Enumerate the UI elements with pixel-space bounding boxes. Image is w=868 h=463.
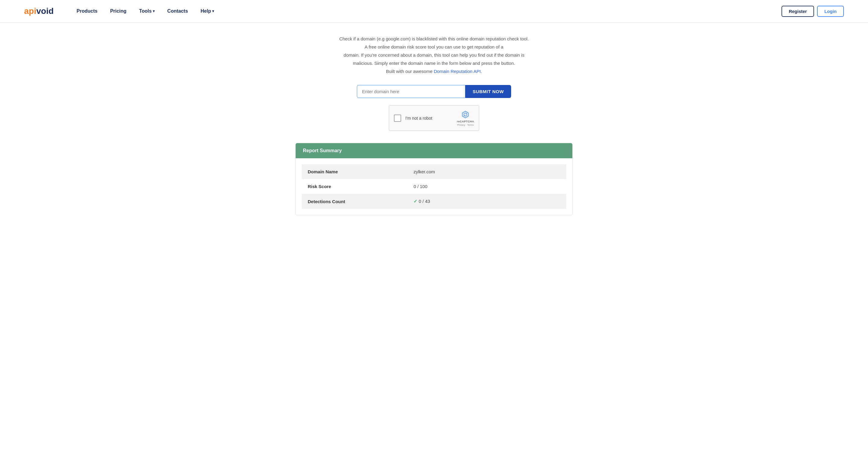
desc-line3: domain. If you're concerned about a doma… bbox=[296, 51, 572, 59]
row-value-detections: ✓ 0 / 43 bbox=[407, 194, 566, 209]
report-summary-card: Report Summary Domain Name zylker.com Ri… bbox=[296, 143, 572, 215]
header: apivoid Products Pricing Tools ▾ Contact… bbox=[0, 0, 868, 23]
report-table: Domain Name zylker.com Risk Score 0 / 10… bbox=[302, 164, 566, 209]
recaptcha-label: I'm not a robot bbox=[405, 116, 453, 121]
recaptcha-checkbox[interactable] bbox=[394, 115, 401, 122]
help-chevron-icon: ▾ bbox=[212, 9, 214, 13]
submit-button[interactable]: SUBMIT NOW bbox=[465, 85, 511, 98]
row-label-detections: Detections Count bbox=[302, 194, 407, 209]
desc-line4: malicious. Simply enter the domain name … bbox=[296, 59, 572, 67]
report-title: Report Summary bbox=[303, 148, 342, 153]
main-nav: Products Pricing Tools ▾ Contacts Help ▾ bbox=[72, 6, 781, 16]
login-button[interactable]: Login bbox=[817, 6, 844, 17]
recaptcha-icon bbox=[461, 110, 470, 119]
tools-chevron-icon: ▾ bbox=[153, 9, 155, 13]
desc-line5: Built with our awesome Domain Reputation… bbox=[296, 67, 572, 75]
row-label-risk: Risk Score bbox=[302, 179, 407, 194]
desc-line1: Check if a domain (e.g google.com) is bl… bbox=[296, 35, 572, 43]
logo[interactable]: apivoid bbox=[24, 6, 54, 16]
recaptcha-container: I'm not a robot reCAPTCHA Privacy · Term… bbox=[296, 105, 572, 131]
report-header: Report Summary bbox=[296, 143, 572, 158]
logo-api: api bbox=[24, 6, 36, 16]
domain-reputation-api-link[interactable]: Domain Reputation API. bbox=[434, 69, 482, 74]
table-row: Risk Score 0 / 100 bbox=[302, 179, 566, 194]
header-buttons: Register Login bbox=[781, 6, 844, 17]
table-row: Detections Count ✓ 0 / 43 bbox=[302, 194, 566, 209]
logo-void: void bbox=[36, 6, 54, 16]
nav-help[interactable]: Help ▾ bbox=[196, 6, 219, 16]
description-text: Check if a domain (e.g google.com) is bl… bbox=[296, 35, 572, 75]
recaptcha-widget[interactable]: I'm not a robot reCAPTCHA Privacy · Term… bbox=[389, 105, 479, 131]
nav-contacts[interactable]: Contacts bbox=[162, 6, 193, 16]
row-value-risk: 0 / 100 bbox=[407, 179, 566, 194]
search-form: SUBMIT NOW bbox=[296, 85, 572, 98]
recaptcha-brand-label: reCAPTCHA bbox=[457, 120, 474, 123]
check-icon: ✓ bbox=[413, 198, 417, 204]
recaptcha-links: Privacy · Terms bbox=[457, 124, 474, 126]
row-value-domain: zylker.com bbox=[407, 164, 566, 179]
nav-pricing[interactable]: Pricing bbox=[105, 6, 131, 16]
domain-input[interactable] bbox=[357, 85, 465, 98]
report-body: Domain Name zylker.com Risk Score 0 / 10… bbox=[296, 158, 572, 215]
main-content: Check if a domain (e.g google.com) is bl… bbox=[289, 23, 579, 227]
nav-tools[interactable]: Tools ▾ bbox=[134, 6, 159, 16]
register-button[interactable]: Register bbox=[781, 6, 814, 17]
table-row: Domain Name zylker.com bbox=[302, 164, 566, 179]
recaptcha-logo: reCAPTCHA Privacy · Terms bbox=[457, 110, 474, 126]
desc-line2: A free online domain risk score tool you… bbox=[296, 43, 572, 51]
row-label-domain: Domain Name bbox=[302, 164, 407, 179]
nav-products[interactable]: Products bbox=[72, 6, 102, 16]
